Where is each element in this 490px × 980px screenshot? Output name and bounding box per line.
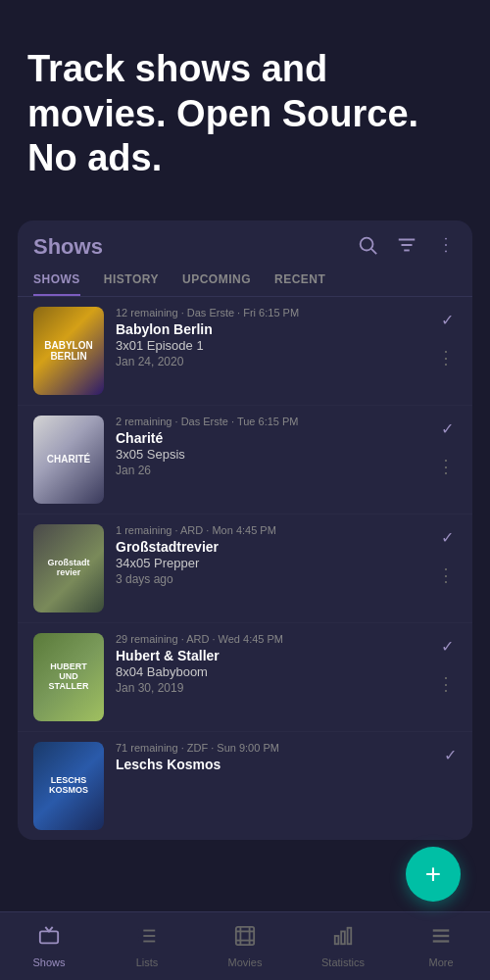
bar-chart-icon — [332, 925, 354, 953]
svg-line-1 — [371, 249, 376, 254]
filter-icon[interactable] — [396, 234, 417, 261]
tab-upcoming[interactable]: UPCOMING — [182, 272, 251, 296]
nav-label-movies: Movies — [228, 956, 263, 968]
show-list: BABYLONBERLIN 12 remaining · Das Erste ·… — [18, 297, 472, 840]
shows-card: Shows SHOWS HISTORY UPCOMING RECENT BABY… — [18, 220, 472, 840]
nav-item-lists[interactable]: Lists — [98, 925, 196, 968]
show-date: Jan 26 — [116, 464, 437, 477]
show-meta: 2 remaining · Das Erste · Tue 6:15 PM — [116, 416, 437, 427]
svg-rect-8 — [40, 931, 58, 943]
add-fab-button[interactable]: + — [406, 847, 461, 902]
show-name: Babylon Berlin — [116, 321, 437, 337]
svg-rect-20 — [335, 936, 339, 944]
show-name: Leschs Kosmos — [116, 757, 444, 772]
show-thumbnail: LESCHSKOSMOS — [33, 742, 104, 830]
check-icon[interactable]: ✓ — [441, 311, 454, 329]
show-meta: 29 remaining · ARD · Wed 4:45 PM — [116, 633, 437, 645]
list-item[interactable]: BABYLONBERLIN 12 remaining · Das Erste ·… — [18, 297, 472, 406]
list-item[interactable]: LESCHSKOSMOS 71 remaining · ZDF · Sun 9:… — [18, 732, 472, 840]
nav-item-statistics[interactable]: Statistics — [294, 925, 392, 968]
show-date: Jan 30, 2019 — [116, 681, 437, 695]
svg-point-5 — [445, 237, 447, 239]
search-icon[interactable] — [357, 234, 378, 261]
card-title: Shows — [33, 234, 103, 260]
show-meta: 12 remaining · Das Erste · Fri 6:15 PM — [116, 307, 437, 318]
card-header-icons — [357, 234, 457, 261]
show-date: 3 days ago — [116, 572, 437, 586]
nav-item-more[interactable]: More — [392, 925, 490, 968]
nav-label-more: More — [428, 956, 453, 968]
show-meta: 1 remaining · ARD · Mon 4:45 PM — [116, 524, 437, 536]
show-meta: 71 remaining · ZDF · Sun 9:00 PM — [116, 742, 444, 754]
show-thumbnail: BABYLONBERLIN — [33, 307, 104, 395]
item-overflow-icon[interactable]: ⋮ — [437, 347, 457, 368]
item-overflow-icon[interactable]: ⋮ — [437, 456, 457, 477]
item-overflow-icon[interactable]: ⋮ — [437, 673, 457, 695]
show-episode: 8x04 Babyboom — [116, 664, 437, 679]
nav-label-shows: Shows — [32, 956, 65, 968]
show-episode: 3x01 Episode 1 — [116, 338, 437, 353]
show-name: Großstadtrevier — [116, 539, 437, 555]
svg-point-0 — [361, 237, 373, 250]
check-icon[interactable]: ✓ — [441, 637, 454, 656]
plus-icon: + — [425, 858, 441, 890]
nav-label-lists: Lists — [136, 956, 159, 968]
show-name: Charité — [116, 430, 437, 446]
show-episode: 34x05 Prepper — [116, 556, 437, 570]
tab-shows[interactable]: SHOWS — [33, 272, 80, 296]
film-icon — [234, 925, 256, 953]
show-date: Jan 24, 2020 — [116, 355, 437, 368]
check-icon[interactable]: ✓ — [444, 746, 457, 764]
overflow-menu-icon[interactable] — [435, 234, 457, 261]
tab-history[interactable]: HISTORY — [104, 272, 159, 296]
tab-recent[interactable]: RECENT — [274, 272, 325, 296]
show-episode: 3x05 Sepsis — [116, 447, 437, 462]
check-icon[interactable]: ✓ — [441, 419, 454, 438]
tabs-bar: SHOWS HISTORY UPCOMING RECENT — [18, 265, 472, 297]
tv-icon — [38, 925, 60, 953]
svg-point-6 — [445, 244, 447, 246]
more-horiz-icon — [430, 925, 452, 953]
svg-rect-15 — [236, 926, 254, 944]
list-item[interactable]: HUBERTUNDSTALLER 29 remaining · ARD · We… — [18, 623, 472, 732]
card-header: Shows — [18, 220, 472, 265]
nav-item-shows[interactable]: Shows — [0, 925, 98, 968]
check-icon[interactable]: ✓ — [441, 528, 454, 547]
nav-label-statistics: Statistics — [321, 956, 365, 968]
svg-point-7 — [445, 250, 447, 252]
show-thumbnail: CHARITÉ — [33, 416, 104, 504]
list-item[interactable]: CHARITÉ 2 remaining · Das Erste · Tue 6:… — [18, 406, 472, 514]
item-overflow-icon[interactable]: ⋮ — [437, 564, 457, 586]
nav-item-movies[interactable]: Movies — [196, 925, 294, 968]
list-item[interactable]: Großstadtrevier 1 remaining · ARD · Mon … — [18, 514, 472, 623]
show-name: Hubert & Staller — [116, 648, 437, 663]
svg-rect-22 — [348, 927, 352, 944]
hero-title: Track shows and movies. Open Source. No … — [27, 47, 463, 181]
list-icon — [136, 925, 158, 953]
hero-section: Track shows and movies. Open Source. No … — [0, 0, 490, 211]
svg-rect-21 — [341, 931, 345, 944]
show-thumbnail: HUBERTUNDSTALLER — [33, 633, 104, 721]
bottom-navigation: Shows Lists Movies Statistics More — [0, 911, 490, 980]
show-thumbnail: Großstadtrevier — [33, 524, 104, 612]
